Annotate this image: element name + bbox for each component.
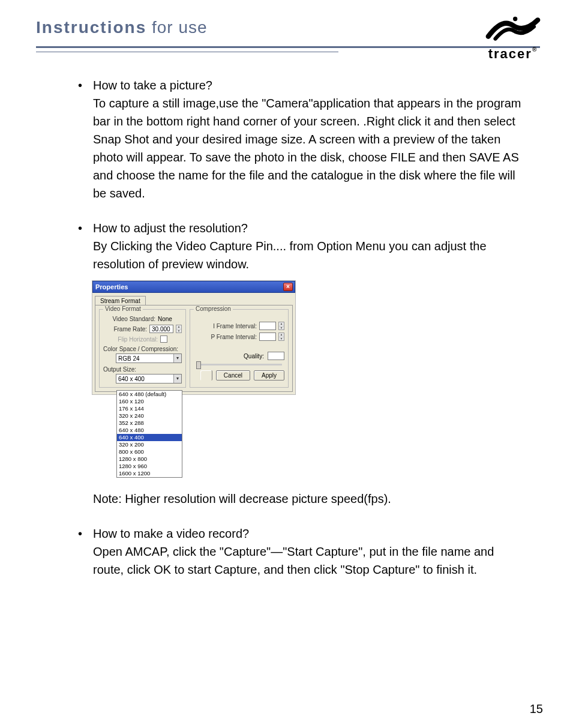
brand-logo: tracer® [480, 12, 546, 62]
cancel-button[interactable]: Cancel [216, 370, 250, 381]
chevron-down-icon[interactable]: ▾ [173, 375, 181, 383]
dialog-titlebar[interactable]: Properties × [92, 281, 295, 293]
outputsize-combo[interactable]: 640 x 400 ▾ [116, 374, 182, 384]
quality-slider[interactable] [196, 364, 282, 366]
list-item[interactable]: 640 x 480 (default) [117, 391, 182, 398]
list-item[interactable]: 160 x 120 [117, 398, 182, 405]
i-frame-spinner[interactable]: ▲▼ [278, 322, 284, 330]
colorspace-label: Color Space / Compression: [103, 346, 182, 352]
group-legend: Video Format [103, 305, 143, 312]
apply-button[interactable]: Apply [254, 370, 284, 381]
section-take-picture: • How to take a picture? To capture a st… [78, 76, 528, 202]
outputsize-label: Output Size: [103, 366, 182, 373]
tab-stream-format[interactable]: Stream Format [95, 296, 146, 305]
p-frame-label: P Frame Interval: [194, 334, 257, 340]
video-format-group: Video Format Video Standard: None Frame … [99, 309, 186, 388]
list-item[interactable]: 1280 x 800 [117, 456, 182, 463]
frame-rate-input[interactable]: 30.000 [149, 325, 173, 333]
list-item[interactable]: 320 x 200 [117, 441, 182, 448]
section-body: To capture a still image,use the "Camera… [93, 94, 528, 202]
outputsize-dropdown-list: 640 x 480 (default)160 x 120176 x 144320… [99, 391, 186, 478]
brand-name: tracer® [480, 46, 546, 62]
ok-button-edge[interactable] [200, 370, 212, 381]
section-heading: How to make a video record? [93, 525, 528, 543]
list-item[interactable]: 640 x 480 [117, 427, 182, 434]
section-note: Note: Higher resolution will decrease pi… [93, 490, 528, 508]
list-item[interactable]: 800 x 600 [117, 448, 182, 456]
i-frame-input[interactable] [259, 322, 276, 330]
p-frame-input[interactable] [259, 332, 276, 341]
flip-horizontal-checkbox[interactable] [160, 335, 167, 343]
frame-rate-spinner[interactable]: ▲▼ [176, 325, 182, 333]
header-title: Instructions for use [36, 18, 540, 46]
header-title-bold: Instructions [36, 18, 146, 37]
group-legend: Compression [194, 305, 233, 312]
video-standard-value: None [158, 316, 182, 322]
compression-group: Compression I Frame Interval: ▲▼ P Frame… [190, 309, 289, 388]
dialog-panel: Video Format Video Standard: None Frame … [95, 305, 293, 392]
close-icon[interactable]: × [283, 283, 293, 291]
list-item[interactable]: 640 x 400 [117, 434, 182, 441]
page-content: • How to take a picture? To capture a st… [36, 76, 540, 579]
header-title-rest: for use [146, 18, 207, 37]
header-divider [36, 46, 540, 52]
chevron-down-icon[interactable]: ▾ [173, 354, 181, 362]
flip-horizontal-label: Flip Horizontal: [103, 336, 158, 343]
quality-input[interactable] [268, 352, 284, 360]
brand-logo-icon [480, 12, 546, 45]
bullet-icon: • [78, 76, 93, 202]
section-heading: How to take a picture? [93, 76, 528, 94]
page-number: 15 [530, 702, 543, 716]
video-standard-label: Video Standard: [103, 316, 155, 322]
section-video-record: • How to make a video record? Open AMCAP… [78, 525, 528, 579]
page-header: Instructions for use tracer® [36, 18, 540, 52]
properties-dialog: Properties × Stream Format Video Format … [92, 280, 296, 395]
list-item[interactable]: 352 x 288 [117, 420, 182, 427]
bullet-icon: • [78, 219, 93, 508]
i-frame-label: I Frame Interval: [194, 323, 257, 329]
list-item[interactable]: 1600 x 1200 [117, 470, 182, 477]
list-item[interactable]: 320 x 240 [117, 412, 182, 420]
list-item[interactable]: 176 x 144 [117, 405, 182, 412]
p-frame-spinner[interactable]: ▲▼ [278, 332, 284, 341]
bullet-icon: • [78, 525, 93, 579]
section-heading: How to adjust the resolution? [93, 219, 528, 237]
frame-rate-label: Frame Rate: [103, 326, 147, 332]
section-body: Open AMCAP, click the "Capture"—"Start C… [93, 543, 528, 579]
section-adjust-resolution: • How to adjust the resolution? By Click… [78, 219, 528, 508]
colorspace-combo[interactable]: RGB 24 ▾ [116, 353, 182, 363]
section-body: By Clicking the Video Capture Pin.... fr… [93, 237, 528, 273]
dialog-title: Properties [95, 283, 128, 290]
list-item[interactable]: 1280 x 960 [117, 463, 182, 470]
svg-point-0 [513, 17, 517, 21]
quality-label: Quality: [194, 353, 264, 359]
outputsize-listbox[interactable]: 640 x 480 (default)160 x 120176 x 144320… [116, 390, 182, 478]
